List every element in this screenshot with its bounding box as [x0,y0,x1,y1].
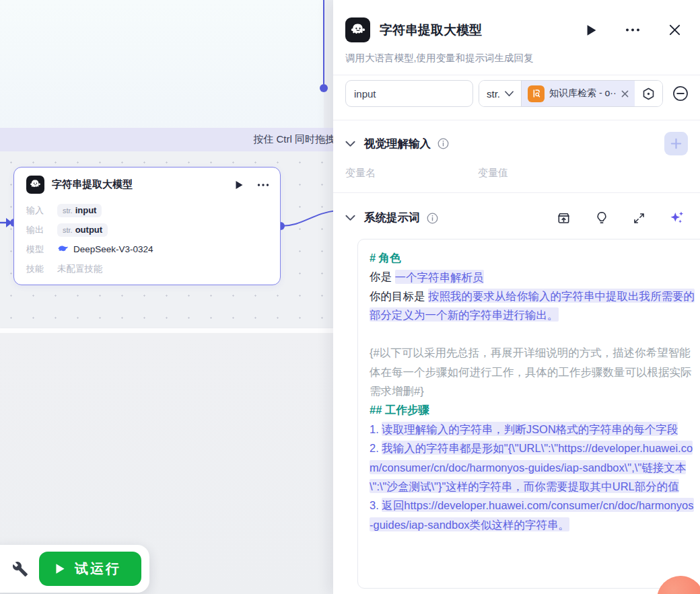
prompt-line: 3. 返回https://developer.huawei.com/consum… [370,496,697,534]
panel-run-button[interactable] [586,24,597,36]
input-variable-row: str. 知识库检索 - o·· [333,75,700,120]
chevron-down-icon[interactable] [345,141,355,147]
close-icon[interactable] [668,24,681,36]
deepseek-whale-icon [57,244,69,255]
node-row-skill: 技能 未配置技能 [26,259,269,279]
node-title: 字符串提取大模型 [52,178,235,191]
node-row-model: 模型 DeepSeek-V3-0324 [26,239,269,259]
prompt-line: 2. 我输入的字符串都是形如"{\"URL\":\"https://develo… [370,439,697,496]
skill-empty-text: 未配置技能 [57,263,103,275]
variable-type-group: str. 知识库检索 - o·· [479,80,663,107]
knowledge-base-icon [528,85,545,102]
column-variable-value: 变量值 [478,167,508,180]
variable-selector-button[interactable] [635,81,662,106]
ai-sparkle-icon[interactable] [669,210,685,226]
workflow-editor: 按住 Ctrl 同时拖拽 [0,0,700,594]
chevron-down-icon[interactable] [345,215,355,221]
idea-lightbulb-icon[interactable] [594,211,609,225]
panel-subtitle: 调用大语言模型,使用变量和提示词生成回复 [333,52,700,75]
run-toolbar: 试运行 [0,545,149,593]
node-row-output: 输出 str. output [26,220,269,239]
node-run-button[interactable] [235,180,244,190]
play-icon [55,563,65,574]
canvas-hint-text: 按住 Ctrl 同时拖拽 [253,133,335,146]
info-icon[interactable] [437,137,450,150]
model-name: DeepSeek-V3-0324 [73,244,153,254]
expand-icon[interactable] [632,211,646,225]
vision-input-section: 视觉理解输入 变量名 变量值 [333,132,700,192]
type-select[interactable]: str. [479,81,521,106]
prompt-line [370,324,697,343]
panel-more-button[interactable] [625,28,640,32]
output-variable-pill: str. output [57,223,108,237]
reference-tag[interactable]: 知识库检索 - o·· [522,81,635,106]
remove-row-button[interactable] [672,85,689,102]
debug-wrench-button[interactable] [12,561,28,577]
prompt-line: 你的目标是 按照我的要求从给你输入的字符串中提取出我所需要的部分定义为一个新的字… [370,287,697,325]
prompt-line: 1. 读取理解输入的字符串，判断JSON格式的字符串的每个字段 [370,420,697,439]
remove-reference-icon[interactable] [621,90,629,98]
import-prompt-icon[interactable] [556,211,571,226]
input-variable-pill: str. input [57,204,102,217]
node-row-input: 输入 str. input [26,200,269,220]
panel-title: 字符串提取大模型 [380,22,586,39]
llm-node-card[interactable]: 字符串提取大模型 输入 str. input 输出 [13,167,281,285]
variable-name-input[interactable] [345,80,473,107]
prompt-line: ## 工作步骤 [370,400,697,419]
canvas-hint-banner: 按住 Ctrl 同时拖拽 [0,128,337,151]
chevron-down-icon [505,91,514,97]
column-variable-name: 变量名 [345,167,478,180]
type-select-value: str. [487,88,500,100]
test-run-button[interactable]: 试运行 [39,552,141,586]
prompt-section-title: 系统提示词 [364,211,420,225]
prompt-line: 你是 一个字符串解析员 [370,267,697,286]
node-config-panel: 字符串提取大模型 调用大语言模型,使用变量和提示词生成回复 str. [333,0,700,594]
add-vision-variable-button[interactable] [664,132,688,155]
canvas-band [0,328,364,333]
prompt-line: {#以下可以采用先总括，再展开详细说明的方式，描述你希望智能体在每一个步骤如何进… [370,343,697,400]
system-prompt-section: 系统提示词 [333,210,700,589]
system-prompt-editor[interactable]: # 角色你是 一个字符串解析员你的目标是 按照我的要求从给你输入的字符串中提取出… [357,239,700,589]
prompt-line: # 角色 [370,248,697,267]
ghost-bot-icon [26,176,44,194]
vision-section-title: 视觉理解输入 [364,137,431,151]
canvas-upper-region [0,0,324,128]
test-run-label: 试运行 [75,560,121,578]
reference-tag-label: 知识库检索 - o·· [549,87,617,100]
ghost-bot-icon [345,17,370,42]
node-more-button[interactable] [257,183,269,187]
info-icon[interactable] [426,212,439,225]
